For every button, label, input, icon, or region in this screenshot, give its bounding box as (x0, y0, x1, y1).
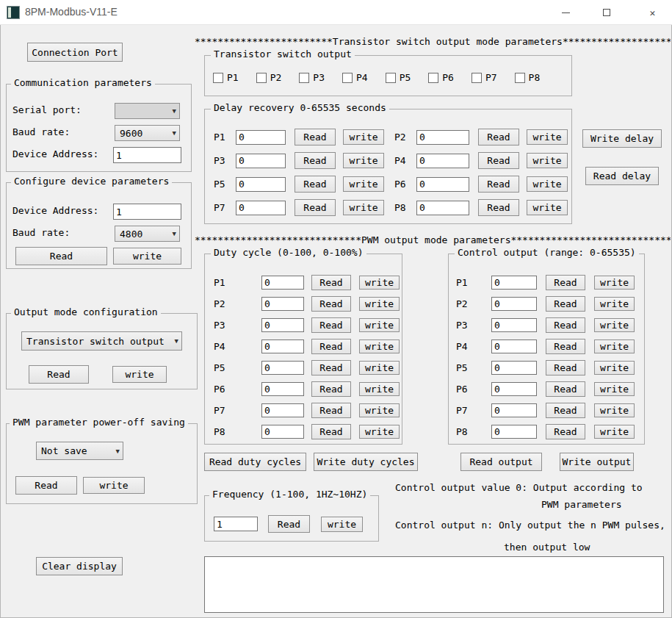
checkbox-icon[interactable] (428, 73, 438, 83)
read-delay-button[interactable]: Read delay (585, 167, 659, 185)
write-button[interactable]: write (343, 200, 384, 215)
control-output-input[interactable] (491, 297, 537, 311)
write-button[interactable]: write (527, 129, 568, 145)
read-button[interactable]: Read (311, 275, 351, 290)
checkbox-icon[interactable] (256, 73, 267, 83)
write-button[interactable]: write (343, 129, 384, 145)
read-button[interactable]: Read (295, 199, 336, 216)
duty-cycle-input[interactable] (261, 297, 304, 311)
output-mode-write-button[interactable]: write (112, 366, 167, 383)
baud-rate-select[interactable]: 9600 ▼ (115, 125, 180, 141)
write-button[interactable]: write (527, 200, 568, 215)
write-button[interactable]: write (359, 276, 400, 290)
checkbox-icon[interactable] (472, 73, 482, 83)
checkbox-icon[interactable] (386, 73, 396, 83)
read-button[interactable]: Read (478, 176, 519, 193)
write-button[interactable]: write (359, 403, 400, 417)
write-button[interactable]: write (527, 176, 568, 192)
write-button[interactable]: write (359, 297, 400, 311)
write-button[interactable]: write (343, 176, 384, 192)
control-output-input[interactable] (491, 403, 537, 417)
control-output-input[interactable] (491, 425, 537, 439)
read-button[interactable]: Read (546, 317, 585, 333)
write-output-button[interactable]: Write output (560, 453, 634, 471)
output-mode-read-button[interactable]: Read (29, 365, 89, 384)
channel-checkbox[interactable]: P8 (515, 72, 541, 83)
write-button[interactable]: write (359, 339, 400, 353)
write-button[interactable]: write (594, 403, 635, 417)
duty-cycle-input[interactable] (261, 403, 304, 417)
duty-cycle-input[interactable] (261, 382, 304, 396)
read-button[interactable]: Read (311, 339, 351, 354)
delay-input[interactable] (236, 154, 286, 168)
read-button[interactable]: Read (311, 317, 351, 333)
read-button[interactable]: Read (478, 129, 519, 145)
frequency-input[interactable] (214, 517, 258, 531)
config-read-button[interactable]: Read (15, 247, 107, 265)
control-output-input[interactable] (491, 276, 537, 290)
device-address-input[interactable] (113, 147, 181, 163)
read-button[interactable]: Read (295, 152, 336, 169)
duty-cycle-input[interactable] (261, 276, 304, 290)
close-button[interactable]: ✕ (633, 0, 672, 25)
minimize-button[interactable] (549, 0, 582, 25)
channel-checkbox[interactable]: P7 (472, 72, 497, 83)
read-button[interactable]: Read (295, 129, 336, 145)
delay-input[interactable] (236, 130, 286, 145)
delay-input[interactable] (416, 177, 469, 192)
maximize-button[interactable] (590, 0, 623, 25)
read-button[interactable]: Read (546, 381, 585, 397)
write-button[interactable]: write (594, 361, 635, 375)
write-delay-button[interactable]: Write delay (582, 129, 662, 148)
duty-cycle-input[interactable] (261, 339, 304, 353)
delay-input[interactable] (416, 130, 469, 145)
control-output-input[interactable] (491, 382, 537, 396)
read-button[interactable]: Read (546, 424, 585, 439)
frequency-read-button[interactable]: Read (268, 515, 310, 533)
read-button[interactable]: Read (311, 403, 351, 418)
output-mode-select[interactable]: Transistor switch output ▼ (21, 331, 182, 351)
write-button[interactable]: write (527, 153, 568, 168)
connection-port-button[interactable]: Connection Port (27, 43, 123, 62)
channel-checkbox[interactable]: P5 (386, 72, 411, 83)
read-button[interactable]: Read (546, 339, 585, 354)
read-button[interactable]: Read (478, 199, 519, 216)
log-output[interactable] (204, 556, 664, 613)
write-duty-cycles-button[interactable]: Write duty cycles (314, 453, 418, 471)
read-output-button[interactable]: Read output (460, 453, 542, 471)
channel-checkbox[interactable]: P2 (256, 72, 282, 83)
write-button[interactable]: write (594, 339, 635, 353)
duty-cycle-input[interactable] (261, 318, 304, 332)
control-output-input[interactable] (491, 339, 537, 353)
write-button[interactable]: write (359, 425, 400, 439)
control-output-input[interactable] (491, 318, 537, 332)
write-button[interactable]: write (594, 297, 635, 311)
delay-input[interactable] (416, 201, 469, 215)
write-button[interactable]: write (343, 153, 384, 168)
read-button[interactable]: Read (546, 403, 585, 418)
write-button[interactable]: write (594, 425, 635, 439)
checkbox-icon[interactable] (342, 73, 353, 83)
pwm-saving-write-button[interactable]: write (83, 477, 145, 494)
config-device-address-input[interactable] (113, 204, 181, 220)
write-button[interactable]: write (594, 276, 635, 290)
delay-input[interactable] (236, 177, 286, 192)
duty-cycle-input[interactable] (261, 425, 304, 439)
channel-checkbox[interactable]: P6 (428, 72, 454, 83)
read-button[interactable]: Read (295, 176, 336, 193)
read-button[interactable]: Read (478, 152, 519, 169)
delay-input[interactable] (236, 201, 286, 215)
config-baud-rate-select[interactable]: 4800 ▼ (115, 226, 180, 242)
pwm-saving-read-button[interactable]: Read (15, 476, 77, 495)
write-button[interactable]: write (594, 318, 635, 332)
channel-checkbox[interactable]: P1 (213, 72, 239, 83)
read-button[interactable]: Read (546, 275, 585, 290)
read-button[interactable]: Read (546, 360, 585, 376)
read-button[interactable]: Read (311, 296, 351, 312)
write-button[interactable]: write (359, 318, 400, 332)
checkbox-icon[interactable] (299, 73, 309, 83)
control-output-input[interactable] (491, 361, 537, 375)
checkbox-icon[interactable] (515, 73, 525, 83)
checkbox-icon[interactable] (213, 73, 223, 83)
write-button[interactable]: write (359, 382, 400, 396)
